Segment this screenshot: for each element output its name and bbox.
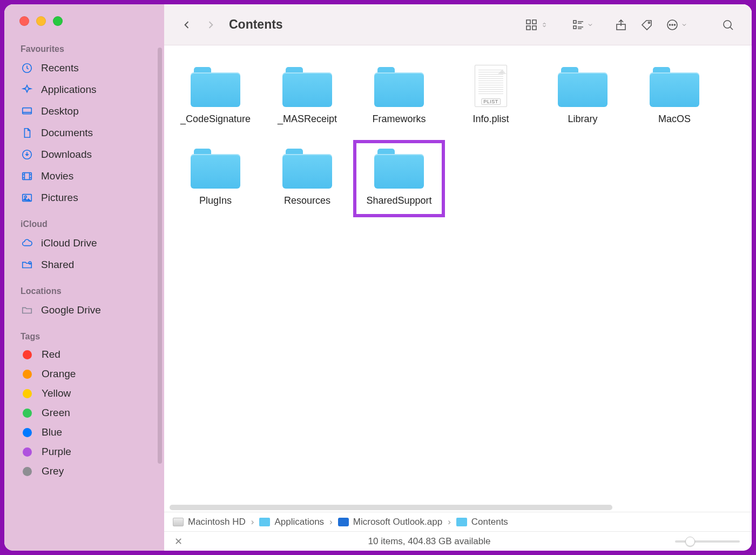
- tags-button[interactable]: [636, 15, 658, 35]
- folder-icon: [191, 67, 240, 107]
- status-text: 10 items, 404.83 GB available: [184, 536, 675, 547]
- sidebar-item-recents[interactable]: Recents: [4, 57, 164, 79]
- svg-rect-8: [532, 20, 536, 24]
- fullscreen-window-button[interactable]: [53, 16, 63, 26]
- toolbar: Contents: [164, 4, 752, 45]
- sidebar-item-label: Pictures: [41, 192, 78, 204]
- sidebar-section-favourites: Favourites Recents Applications Desktop …: [4, 41, 164, 209]
- path-bar: Macintosh HD›Applications›Microsoft Outl…: [164, 512, 752, 531]
- folder-icon: [558, 67, 608, 107]
- svg-rect-12: [573, 26, 576, 29]
- file-item-label: Info.plist: [473, 113, 509, 125]
- svg-rect-1: [23, 108, 32, 114]
- tag-label: Red: [42, 349, 60, 360]
- sidebar-item-pictures[interactable]: Pictures: [4, 187, 164, 209]
- sidebar-section-icloud: iCloud iCloud Drive Shared: [4, 216, 164, 276]
- tag-color-dot: [23, 350, 32, 359]
- back-button[interactable]: [177, 15, 197, 35]
- scrollbar-thumb[interactable]: [170, 505, 612, 510]
- file-item[interactable]: MacOS: [629, 58, 720, 136]
- plist-file-icon: PLIST: [475, 65, 507, 107]
- tag-label: Purple: [42, 446, 71, 458]
- folder-icon: [282, 67, 332, 107]
- sidebar-heading: Tags: [4, 329, 164, 345]
- sidebar-item-shared[interactable]: Shared: [4, 254, 164, 276]
- close-pathbar-button[interactable]: ✕: [173, 536, 184, 547]
- path-crumb-label: Contents: [471, 517, 508, 527]
- sidebar-tag-orange[interactable]: Orange: [4, 364, 164, 384]
- sidebar-tag-green[interactable]: Green: [4, 403, 164, 423]
- file-item[interactable]: _MASReceipt: [261, 58, 353, 136]
- file-item-label: Resources: [284, 195, 330, 206]
- svg-rect-3: [23, 173, 32, 180]
- search-button[interactable]: [717, 15, 739, 35]
- share-button[interactable]: [610, 15, 632, 35]
- file-item[interactable]: Frameworks: [353, 58, 445, 136]
- svg-point-19: [724, 21, 731, 28]
- path-crumb-label: Microsoft Outlook.app: [353, 517, 442, 527]
- tag-color-dot: [23, 370, 32, 379]
- sidebar-tag-purple[interactable]: Purple: [4, 442, 164, 462]
- svg-rect-11: [573, 21, 576, 23]
- status-bar: ✕ 10 items, 404.83 GB available: [164, 531, 752, 551]
- sidebar: Favourites Recents Applications Desktop …: [4, 4, 164, 551]
- tag-color-dot: [23, 447, 32, 457]
- path-separator: ›: [446, 517, 453, 527]
- sidebar-item-label: iCloud Drive: [41, 237, 97, 249]
- document-icon: [21, 126, 33, 139]
- sidebar-item-movies[interactable]: Movies: [4, 165, 164, 187]
- horizontal-scrollbar[interactable]: [164, 503, 752, 512]
- sidebar-item-google-drive[interactable]: Google Drive: [4, 299, 164, 321]
- path-crumb[interactable]: Contents: [456, 517, 508, 527]
- sidebar-item-label: Google Drive: [41, 304, 101, 316]
- desktop-icon: [21, 105, 33, 118]
- sidebar-item-documents[interactable]: Documents: [4, 122, 164, 144]
- tag-color-dot: [23, 428, 32, 437]
- path-crumb[interactable]: Applications: [259, 517, 324, 527]
- finder-window: Favourites Recents Applications Desktop …: [4, 4, 752, 551]
- sidebar-item-desktop[interactable]: Desktop: [4, 101, 164, 122]
- tag-label: Green: [42, 407, 70, 419]
- slider-knob[interactable]: [685, 537, 695, 546]
- sidebar-item-label: Shared: [41, 259, 74, 271]
- svg-point-16: [670, 24, 671, 25]
- sidebar-section-locations: Locations Google Drive: [4, 283, 164, 321]
- cloud-icon: [21, 237, 33, 250]
- file-grid-area[interactable]: _CodeSignature_MASReceiptFrameworksPLIST…: [164, 45, 752, 503]
- close-window-button[interactable]: [19, 16, 29, 26]
- sidebar-item-downloads[interactable]: Downloads: [4, 144, 164, 165]
- path-separator: ›: [249, 517, 256, 527]
- path-crumb[interactable]: Microsoft Outlook.app: [338, 517, 442, 527]
- minimize-window-button[interactable]: [36, 16, 46, 26]
- sidebar-item-label: Movies: [41, 170, 73, 182]
- sidebar-tag-grey[interactable]: Grey: [4, 462, 164, 481]
- sidebar-item-icloud-drive[interactable]: iCloud Drive: [4, 232, 164, 254]
- icon-size-slider[interactable]: [675, 540, 740, 543]
- path-crumb-label: Applications: [274, 517, 324, 527]
- file-item[interactable]: Library: [537, 58, 629, 136]
- sidebar-tag-blue[interactable]: Blue: [4, 423, 164, 442]
- file-item[interactable]: PlugIns: [170, 140, 261, 217]
- svg-rect-9: [526, 26, 530, 30]
- sidebar-item-label: Desktop: [41, 105, 79, 117]
- view-mode-button[interactable]: [521, 15, 552, 35]
- file-item[interactable]: Resources: [261, 140, 353, 217]
- group-by-button[interactable]: [567, 15, 598, 35]
- sidebar-item-label: Documents: [41, 127, 93, 139]
- tag-color-dot: [23, 409, 32, 418]
- path-crumb[interactable]: Macintosh HD: [173, 517, 246, 527]
- file-item[interactable]: SharedSupport: [353, 140, 445, 217]
- actions-menu-button[interactable]: [662, 15, 691, 35]
- sidebar-item-applications[interactable]: Applications: [4, 79, 164, 101]
- svg-point-5: [24, 196, 26, 198]
- folder-icon: [191, 149, 240, 189]
- file-item[interactable]: _CodeSignature: [170, 58, 261, 136]
- sidebar-tag-yellow[interactable]: Yellow: [4, 384, 164, 403]
- sidebar-tag-red[interactable]: Red: [4, 345, 164, 364]
- path-crumb-label: Macintosh HD: [188, 517, 246, 527]
- file-item[interactable]: PLISTInfo.plist: [445, 58, 537, 136]
- folder-icon: [21, 304, 33, 317]
- svg-point-14: [649, 22, 650, 23]
- forward-button[interactable]: [201, 15, 220, 35]
- app-outlook-icon: [338, 518, 349, 526]
